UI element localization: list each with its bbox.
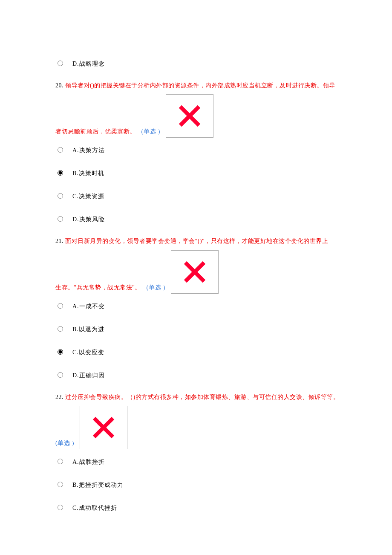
question-text-part2: 生存。"兵无常势，战无常法"。 [55, 284, 141, 290]
option-radio-q20-b[interactable] [58, 170, 63, 176]
option-row: B.决策时机 [55, 166, 341, 179]
question-stem-line2: (单选 ） [55, 406, 341, 449]
option-row: C.以变应变 [55, 345, 341, 358]
question-tag: (单选 ） [55, 440, 78, 446]
question-number: 20. [55, 82, 63, 89]
radio-col [55, 59, 72, 66]
option-text: D.正确归因 [72, 369, 105, 379]
option-row: D.正确归因 [55, 368, 341, 381]
option-text: C.成功取代挫折 [72, 502, 117, 512]
option-radio-q20-a[interactable] [58, 147, 63, 153]
tail-option-row: D.战略理念 [55, 56, 341, 69]
question-stem-line1: 21. 面对日新月异的变化，领导者要学会变通，学会"()"，只有这样，才能更好地… [55, 235, 341, 247]
question-text-part1: 领导者对()的把握关键在于分析内外部的资源条件，内外部成熟时应当机立断，及时进行… [65, 82, 335, 89]
option-radio-q22-a[interactable] [58, 459, 63, 464]
exam-page: D.战略理念 20. 领导者对()的把握关键在于分析内外部的资源条件，内外部成熟… [0, 0, 392, 541]
option-radio-tail[interactable] [58, 61, 63, 66]
option-radio-q22-b[interactable] [58, 482, 63, 487]
option-text: A.一成不变 [72, 300, 105, 310]
question-tag: （单选 ） [138, 128, 164, 135]
option-row: A.决策方法 [55, 143, 341, 156]
option-text: C.决策资源 [72, 190, 104, 200]
wrong-mark-box [166, 94, 213, 138]
question-stem-line1: 22. 过分压抑会导致疾病。（)的方式有很多种，如参加体育锻炼、旅游、与可信任的… [55, 391, 341, 403]
cross-icon [182, 259, 208, 285]
option-text: D.战略理念 [72, 58, 105, 68]
option-row: C.决策资源 [55, 189, 341, 202]
option-row: A.一成不变 [55, 299, 341, 312]
option-text: A.决策方法 [72, 144, 105, 154]
option-text: D.决策风险 [72, 213, 105, 223]
option-text: B.以退为进 [72, 323, 104, 333]
question-stem-line2: 生存。"兵无常势，战无常法"。 （单选 ） [55, 250, 341, 294]
option-radio-q21-a[interactable] [58, 303, 63, 309]
question-number: 22. [55, 394, 63, 400]
option-row: A.战胜挫折 [55, 454, 341, 467]
option-radio-q22-c[interactable] [58, 505, 63, 510]
option-radio-q21-b[interactable] [58, 326, 63, 332]
question-tag: （单选 ） [143, 284, 169, 290]
question-text-part2: 者切忌瞻前顾后，优柔寡断。 [55, 128, 136, 135]
wrong-mark-box [80, 406, 127, 449]
question-stem-line2: 者切忌瞻前顾后，优柔寡断。 （单选 ） [55, 94, 341, 138]
option-row: C.成功取代挫折 [55, 500, 341, 513]
cross-icon [177, 103, 202, 129]
option-row: B.把挫折变成动力 [55, 477, 341, 490]
option-row: B.以退为进 [55, 322, 341, 335]
question-21: 21. 面对日新月异的变化，领导者要学会变通，学会"()"，只有这样，才能更好地… [55, 235, 341, 380]
option-radio-q20-d[interactable] [58, 216, 63, 222]
option-text: C.以变应变 [72, 346, 104, 356]
question-text-part1: 过分压抑会导致疾病。（)的方式有很多种，如参加体育锻炼、旅游、与可信任的人交谈、… [65, 394, 339, 400]
option-text: A.战胜挫折 [72, 456, 105, 466]
cross-icon [91, 415, 116, 440]
option-radio-q20-c[interactable] [58, 193, 63, 199]
option-radio-q21-d[interactable] [58, 372, 63, 378]
question-number: 21. [55, 238, 63, 244]
question-20: 20. 领导者对()的把握关键在于分析内外部的资源条件，内外部成熟时应当机立断，… [55, 79, 341, 225]
wrong-mark-box [171, 250, 219, 294]
option-row: D.决策风险 [55, 212, 341, 225]
question-22: 22. 过分压抑会导致疾病。（)的方式有很多种，如参加体育锻炼、旅游、与可信任的… [55, 391, 341, 513]
question-stem-line1: 20. 领导者对()的把握关键在于分析内外部的资源条件，内外部成熟时应当机立断，… [55, 79, 341, 92]
question-text-part1: 面对日新月异的变化，领导者要学会变通，学会"()"，只有这样，才能更好地在这个变… [65, 238, 328, 244]
option-radio-q21-c[interactable] [58, 349, 63, 355]
option-text: B.把挫折变成动力 [72, 479, 124, 489]
option-text: B.决策时机 [72, 167, 104, 177]
